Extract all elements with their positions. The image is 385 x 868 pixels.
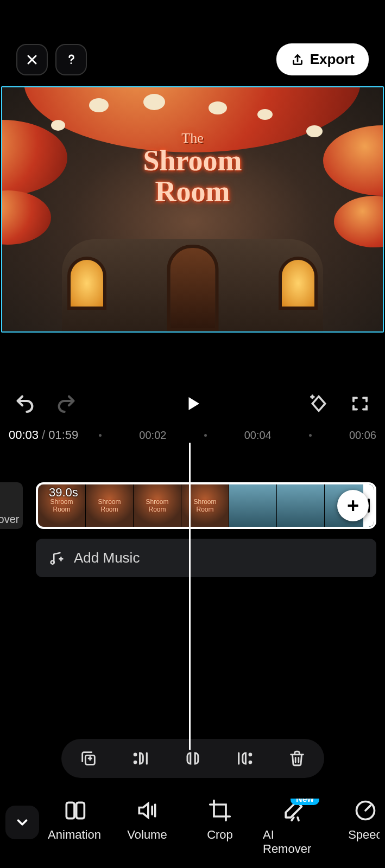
redo-icon	[55, 393, 77, 414]
crop-icon	[208, 799, 232, 822]
split-button[interactable]	[182, 748, 204, 769]
add-clip-button[interactable]: +	[337, 490, 369, 521]
duplicate-button[interactable]	[78, 748, 99, 769]
trim-start-button[interactable]	[130, 748, 152, 769]
volume-icon	[135, 799, 159, 822]
svg-point-1	[51, 560, 54, 564]
help-icon	[64, 53, 78, 67]
svg-rect-8	[77, 802, 85, 818]
export-label: Export	[310, 51, 355, 68]
music-add-icon	[48, 550, 64, 566]
delete-button[interactable]	[286, 748, 308, 769]
trim-end-icon	[236, 749, 254, 768]
help-button[interactable]	[55, 44, 87, 75]
chevron-down-icon	[14, 814, 30, 831]
trash-icon	[288, 749, 306, 768]
prev-clip-end[interactable]: over	[0, 482, 23, 529]
animation-icon	[62, 799, 86, 822]
export-button[interactable]: Export	[276, 43, 369, 75]
playhead[interactable]	[189, 443, 191, 750]
svg-point-0	[70, 62, 72, 63]
collapse-toolbar-button[interactable]	[5, 806, 39, 839]
redo-button[interactable]	[54, 392, 78, 416]
play-button[interactable]	[179, 390, 206, 417]
close-icon	[26, 53, 39, 66]
add-music-button[interactable]: Add Music	[36, 539, 376, 577]
edit-actions	[61, 739, 324, 778]
undo-icon	[14, 393, 36, 414]
tool-ai-remover[interactable]: New AI Remover	[263, 799, 323, 856]
clip-duration: 39.0s	[49, 486, 78, 500]
trim-end-button[interactable]	[234, 748, 256, 769]
tool-crop[interactable]: Crop	[190, 799, 250, 856]
svg-point-4	[134, 761, 136, 763]
svg-point-6	[249, 761, 251, 763]
fullscreen-icon	[350, 394, 370, 413]
svg-rect-7	[66, 802, 74, 818]
play-icon	[183, 394, 203, 413]
preview-title: The Shroom Room	[143, 131, 242, 207]
total-time: 01:59	[48, 428, 78, 442]
keyframe-icon	[308, 393, 330, 414]
tool-volume[interactable]: Volume	[117, 799, 177, 856]
split-icon	[184, 749, 202, 768]
export-icon	[291, 53, 305, 67]
duplicate-icon	[79, 749, 98, 768]
time-ruler[interactable]: 00:03 / 01:59 00:02 00:04 00:06	[0, 417, 385, 446]
plus-icon: +	[347, 494, 359, 518]
svg-point-5	[249, 754, 251, 756]
new-badge: New	[291, 799, 319, 805]
current-time: 00:03	[9, 428, 39, 442]
fullscreen-button[interactable]	[348, 392, 372, 416]
video-preview[interactable]: The Shroom Room	[1, 86, 384, 333]
speed-icon	[354, 799, 377, 822]
trim-start-icon	[131, 749, 150, 768]
tool-animation[interactable]: Animation	[45, 799, 104, 856]
tool-speed[interactable]: Speed	[336, 799, 380, 856]
svg-point-3	[134, 754, 136, 756]
clip-strip[interactable]: ShroomRoom ShroomRoom ShroomRoom ShroomR…	[36, 482, 376, 529]
undo-button[interactable]	[13, 392, 37, 416]
keyframe-button[interactable]	[307, 392, 331, 416]
add-music-label: Add Music	[74, 550, 140, 566]
close-button[interactable]	[16, 44, 48, 75]
